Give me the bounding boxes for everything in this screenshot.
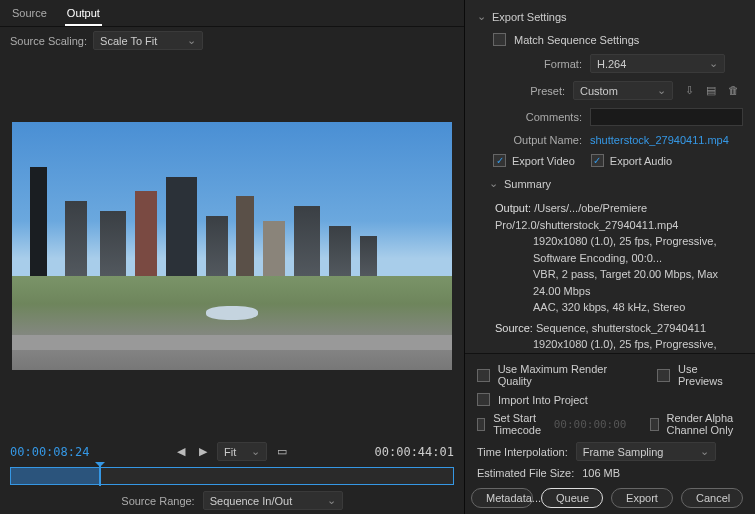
preset-select[interactable]: Custom⌄ — [573, 81, 673, 100]
est-size-label: Estimated File Size: — [477, 467, 574, 479]
render-alpha-checkbox[interactable] — [650, 418, 658, 431]
export-settings-header[interactable]: ⌄ Export Settings — [465, 4, 755, 29]
import-preset-icon[interactable]: ▤ — [702, 82, 720, 99]
queue-button[interactable]: Queue — [541, 488, 603, 508]
current-time[interactable]: 00:00:08:24 — [10, 445, 89, 459]
save-preset-icon[interactable]: ⇩ — [681, 82, 698, 99]
format-value: H.264 — [597, 58, 626, 70]
chevron-down-icon: ⌄ — [700, 445, 709, 458]
match-sequence-checkbox[interactable] — [493, 33, 506, 46]
zoom-select[interactable]: Fit⌄ — [217, 442, 267, 461]
metadata-button[interactable]: Metadata... — [471, 488, 533, 508]
export-audio-label: Export Audio — [610, 155, 672, 167]
export-audio-checkbox[interactable] — [591, 154, 604, 167]
time-interp-label: Time Interpolation: — [477, 446, 568, 458]
start-timecode-value: 00:00:00:00 — [554, 418, 627, 431]
export-settings-title: Export Settings — [492, 11, 567, 23]
export-button[interactable]: Export — [611, 488, 673, 508]
source-range-label: Source Range: — [121, 495, 194, 507]
source-output-tabs: Source Output — [0, 0, 464, 27]
next-frame-icon[interactable]: ▶ — [195, 443, 211, 460]
source-scaling-label: Source Scaling: — [10, 35, 87, 47]
chevron-down-icon: ⌄ — [709, 57, 718, 70]
summary-title: Summary — [504, 178, 551, 190]
use-previews-checkbox[interactable] — [657, 369, 670, 382]
total-time: 00:00:44:01 — [375, 445, 454, 459]
playback-controls: ◀ ▶ Fit⌄ ▭ — [173, 442, 291, 461]
export-video-checkbox[interactable] — [493, 154, 506, 167]
summary-content: Output: /Users/.../obe/Premiere Pro/12.0… — [465, 196, 755, 353]
import-project-label: Import Into Project — [498, 394, 588, 406]
use-previews-label: Use Previews — [678, 363, 743, 387]
aspect-icon[interactable]: ▭ — [273, 443, 291, 460]
export-video-label: Export Video — [512, 155, 575, 167]
zoom-value: Fit — [224, 446, 236, 458]
match-sequence-label: Match Sequence Settings — [514, 34, 639, 46]
render-alpha-label: Render Alpha Channel Only — [667, 412, 743, 436]
tab-output[interactable]: Output — [65, 4, 102, 26]
preview-area — [0, 54, 464, 438]
start-timecode-checkbox[interactable] — [477, 418, 485, 431]
disclosure-icon: ⌄ — [489, 177, 498, 190]
time-interp-value: Frame Sampling — [583, 446, 664, 458]
chevron-down-icon: ⌄ — [251, 445, 260, 458]
disclosure-icon: ⌄ — [477, 10, 486, 23]
chevron-down-icon: ⌄ — [657, 84, 666, 97]
output-name-link[interactable]: shutterstock_27940411.mp4 — [590, 134, 729, 146]
time-interp-select[interactable]: Frame Sampling⌄ — [576, 442, 716, 461]
summary-header[interactable]: ⌄ Summary — [465, 171, 755, 196]
preset-value: Custom — [580, 85, 618, 97]
output-name-label: Output Name: — [477, 134, 582, 146]
chevron-down-icon: ⌄ — [327, 494, 336, 507]
format-label: Format: — [477, 58, 582, 70]
preset-label: Preset: — [477, 85, 565, 97]
playhead[interactable] — [99, 466, 101, 486]
source-scaling-select[interactable]: Scale To Fit ⌄ — [93, 31, 203, 50]
timeline[interactable] — [10, 467, 454, 485]
max-render-label: Use Maximum Render Quality — [498, 363, 640, 387]
video-preview[interactable] — [12, 122, 452, 370]
comments-input[interactable] — [590, 108, 743, 126]
est-size-value: 106 MB — [582, 467, 620, 479]
tab-source[interactable]: Source — [10, 4, 49, 26]
cancel-button[interactable]: Cancel — [681, 488, 743, 508]
source-scaling-value: Scale To Fit — [100, 35, 157, 47]
source-range-value: Sequence In/Out — [210, 495, 293, 507]
max-render-checkbox[interactable] — [477, 369, 490, 382]
chevron-down-icon: ⌄ — [187, 34, 196, 47]
import-project-checkbox[interactable] — [477, 393, 490, 406]
source-range-select[interactable]: Sequence In/Out⌄ — [203, 491, 343, 510]
delete-preset-icon[interactable]: 🗑 — [724, 82, 743, 99]
format-select[interactable]: H.264⌄ — [590, 54, 725, 73]
comments-label: Comments: — [477, 111, 582, 123]
start-timecode-label: Set Start Timecode — [493, 412, 545, 436]
prev-frame-icon[interactable]: ◀ — [173, 443, 189, 460]
